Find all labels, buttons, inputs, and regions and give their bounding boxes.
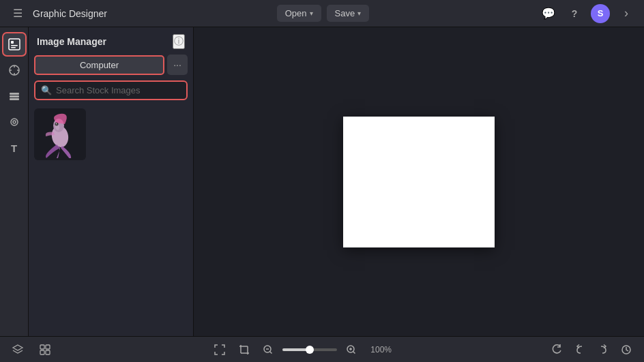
canvas-area[interactable]: [194, 27, 644, 336]
grid-bottom-icon-button[interactable]: [35, 340, 55, 359]
svg-point-13: [13, 121, 16, 123]
bottom-center: 100%: [210, 340, 392, 359]
more-tabs-icon: ···: [173, 59, 181, 70]
bottom-left: [8, 340, 55, 359]
zoom-slider-thumb: [306, 346, 314, 354]
fit-screen-icon: [214, 344, 226, 356]
image-manager-panel: Image Manager ⓘ Computer ··· 🔍: [29, 27, 194, 336]
more-options-icon-button[interactable]: ›: [617, 4, 636, 23]
image-thumbnail[interactable]: [34, 108, 86, 160]
svg-rect-11: [10, 98, 19, 100]
svg-point-12: [11, 119, 18, 125]
save-button[interactable]: Save ▾: [327, 5, 370, 22]
svg-rect-10: [10, 95, 19, 97]
layers-icon: [8, 90, 20, 102]
canvas-document: [343, 117, 495, 247]
shapes-icon: [8, 116, 20, 128]
zoom-in-icon: [346, 344, 357, 355]
undo-icon: [574, 344, 586, 356]
zoom-out-icon: [263, 344, 274, 355]
zoom-slider[interactable]: [282, 348, 337, 351]
layers-bottom-icon: [12, 344, 24, 356]
bottombar: 100%: [0, 336, 644, 362]
topbar-center: Open ▾ Save ▾: [277, 5, 369, 22]
computer-tab[interactable]: Computer: [34, 55, 164, 75]
crop-icon: [238, 344, 250, 356]
svg-rect-2: [11, 45, 18, 46]
adjustments-icon: [8, 64, 20, 76]
chat-icon: 💬: [542, 7, 555, 20]
text-tool-button[interactable]: T: [3, 136, 26, 160]
shapes-tool-button[interactable]: [3, 110, 26, 134]
undo-icon-button[interactable]: [570, 340, 589, 359]
image-manager-icon: [8, 38, 20, 50]
svg-line-34: [353, 351, 355, 353]
svg-rect-23: [46, 350, 50, 355]
svg-line-30: [270, 351, 272, 353]
fit-screen-icon-button[interactable]: [210, 340, 229, 359]
undo-refresh-icon: [551, 344, 563, 356]
history-icon: [620, 344, 632, 356]
svg-rect-3: [11, 47, 16, 48]
tabs-row: Computer ···: [29, 55, 193, 80]
svg-rect-1: [11, 41, 14, 44]
more-tabs-button[interactable]: ···: [167, 55, 188, 75]
left-toolbar: T: [0, 27, 29, 336]
zoom-out-button[interactable]: [259, 341, 277, 359]
search-bar[interactable]: 🔍: [34, 80, 188, 100]
help-icon: ?: [572, 8, 578, 19]
svg-rect-21: [46, 345, 50, 349]
svg-marker-19: [13, 345, 23, 350]
main-layout: T Image Manager ⓘ Computer ··· 🔍: [0, 27, 644, 336]
svg-rect-20: [40, 345, 44, 349]
open-button[interactable]: Open ▾: [277, 5, 321, 22]
search-icon: 🔍: [41, 85, 52, 95]
redo-icon: [597, 344, 609, 356]
save-label: Save: [335, 8, 355, 18]
help-icon-button[interactable]: ?: [565, 4, 584, 23]
adjustments-tool-button[interactable]: [3, 59, 26, 82]
topbar-right: 💬 ? S ›: [539, 4, 636, 23]
topbar: ☰ Graphic Designer Open ▾ Save ▾ 💬 ? S ›: [0, 0, 644, 27]
topbar-left: ☰ Graphic Designer: [8, 4, 107, 23]
grid-bottom-icon: [39, 344, 51, 356]
image-grid: [29, 106, 193, 336]
image-manager-tool-button[interactable]: [3, 33, 26, 56]
undo-refresh-icon-button[interactable]: [547, 340, 566, 359]
open-label: Open: [285, 8, 307, 18]
svg-rect-9: [10, 93, 19, 95]
bottom-right: [547, 340, 636, 359]
redo-icon-button[interactable]: [594, 340, 613, 359]
chat-icon-button[interactable]: 💬: [539, 4, 558, 23]
panel-header: Image Manager ⓘ: [29, 27, 193, 55]
crop-icon-button[interactable]: [235, 340, 254, 359]
zoom-percent-label: 100%: [366, 345, 392, 355]
open-chevron-icon: ▾: [310, 10, 313, 17]
info-icon-button[interactable]: ⓘ: [173, 34, 185, 49]
zoom-in-button[interactable]: [342, 341, 360, 359]
fish-image: [36, 110, 84, 158]
hamburger-icon[interactable]: ☰: [8, 4, 27, 23]
text-icon: T: [11, 142, 17, 154]
more-options-icon: ›: [624, 6, 628, 20]
svg-rect-22: [40, 350, 44, 355]
svg-rect-0: [9, 39, 20, 50]
save-chevron-icon: ▾: [357, 10, 361, 17]
search-input[interactable]: [56, 85, 181, 95]
app-title: Graphic Designer: [33, 8, 107, 19]
layers-bottom-icon-button[interactable]: [8, 340, 27, 359]
history-icon-button[interactable]: [617, 340, 636, 359]
panel-title: Image Manager: [37, 36, 106, 47]
layers-tool-button[interactable]: [3, 85, 26, 108]
avatar[interactable]: S: [591, 4, 610, 23]
